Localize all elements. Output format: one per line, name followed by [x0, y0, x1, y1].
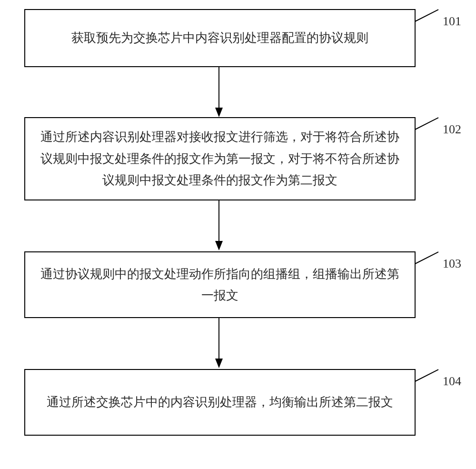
step-101-text: 获取预先为交换芯片中内容识别处理器配置的协议规则 — [71, 27, 368, 49]
step-104-leader — [415, 369, 439, 382]
arrow-102-to-103 — [214, 200, 224, 250]
arrow-103-to-104 — [214, 318, 224, 368]
step-101-number: 101 — [443, 14, 461, 29]
arrow-101-to-102 — [214, 67, 224, 117]
step-104-text: 通过所述交换芯片中的内容识别处理器，均衡输出所述第二报文 — [47, 391, 393, 413]
flowchart-step-104: 通过所述交换芯片中的内容识别处理器，均衡输出所述第二报文 — [24, 369, 416, 436]
step-102-leader — [415, 117, 439, 130]
step-102-number: 102 — [443, 122, 461, 137]
step-104-number: 104 — [443, 374, 461, 389]
flowchart-step-103: 通过协议规则中的报文处理动作所指向的组播组，组播输出所述第一报文 — [24, 251, 416, 318]
step-102-text: 通过所述内容识别处理器对接收报文进行筛选，对于将符合所述协议规则中报文处理条件的… — [40, 126, 400, 191]
svg-marker-5 — [215, 359, 223, 368]
step-101-leader — [415, 9, 439, 22]
flowchart-canvas: 获取预先为交换芯片中内容识别处理器配置的协议规则 101 通过所述内容识别处理器… — [0, 0, 476, 469]
step-103-leader — [415, 251, 439, 264]
flowchart-step-102: 通过所述内容识别处理器对接收报文进行筛选，对于将符合所述协议规则中报文处理条件的… — [24, 117, 416, 200]
flowchart-step-101: 获取预先为交换芯片中内容识别处理器配置的协议规则 — [24, 9, 416, 67]
step-103-text: 通过协议规则中的报文处理动作所指向的组播组，组播输出所述第一报文 — [40, 263, 400, 307]
step-103-number: 103 — [443, 257, 461, 271]
svg-marker-1 — [215, 108, 223, 117]
svg-marker-3 — [215, 241, 223, 250]
